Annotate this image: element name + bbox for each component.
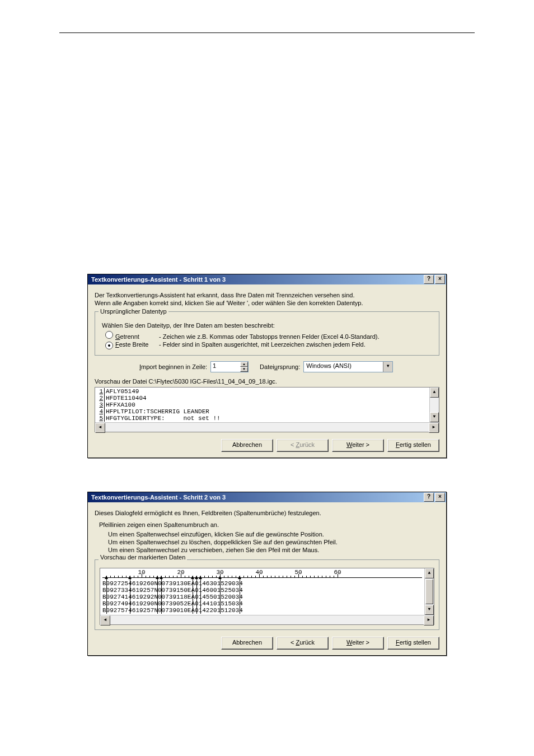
intro-line: Der Textkonvertierungs-Assistent hat erk… <box>95 291 439 299</box>
next-button[interactable]: Weiter > <box>332 637 384 650</box>
intro-text: Dieses Dialogfeld ermöglicht es Ihnen, F… <box>95 509 439 517</box>
data-row: B0927574619257N00739010EA0142201512034 <box>102 607 422 614</box>
column-break-marker[interactable] <box>106 579 107 614</box>
column-ruler[interactable]: 102030405060 <box>102 570 422 578</box>
radio-fixed-row[interactable]: Feste Breite - Felder sind in Spalten au… <box>105 341 434 349</box>
column-break-marker[interactable] <box>240 579 240 614</box>
scroll-left-icon[interactable]: ◄ <box>100 615 110 626</box>
start-row-label: Import beginnen in Zeile: <box>139 363 207 370</box>
radio-fixed-label: Feste Breite <box>115 341 159 348</box>
data-row: B0927254619260N00739130EA0146301529034 <box>102 580 422 587</box>
instruction-item: Um einen Spaltenwechsel zu löschen, dopp… <box>108 538 439 546</box>
preview-line: 3HFFXA100 <box>95 402 429 408</box>
data-row: B0927334619257N00739150EA0146001525034 <box>102 587 422 594</box>
arrow-hint: Pfeillinien zeigen einen Spaltenumbruch … <box>99 521 439 528</box>
intro-text: Der Textkonvertierungs-Assistent hat erk… <box>95 291 439 307</box>
column-break-marker[interactable] <box>220 579 221 614</box>
scroll-down-icon[interactable]: ▼ <box>425 605 434 615</box>
scroll-down-icon[interactable]: ▼ <box>430 412 439 422</box>
scroll-thumb[interactable] <box>425 579 433 604</box>
preview-path-label: Vorschau der Datei C:\Flytec\5030 IGC-Fi… <box>95 378 439 385</box>
preview-line: 2HFDTE110404 <box>95 395 429 402</box>
column-break-marker[interactable] <box>200 579 201 614</box>
file-origin-value: Windows (ANSI) <box>304 362 383 372</box>
file-origin-dropdown[interactable]: Windows (ANSI) ▼ <box>303 361 393 372</box>
wizard-dialog-step1: Textkonvertierungs-Assistent - Schritt 1… <box>87 274 447 458</box>
group-legend: Vorschau der markierten Daten <box>99 554 187 561</box>
column-break-marker[interactable] <box>196 579 197 614</box>
titlebar: Textkonvertierungs-Assistent - Schritt 1… <box>88 274 446 284</box>
column-preview[interactable]: 102030405060 B0927254619260N00739130EA01… <box>100 568 434 625</box>
file-preview: 1AFLY051492HFDTE1104043HFFXA1004HFPLTPIL… <box>95 387 439 432</box>
scroll-left-icon[interactable]: ◄ <box>95 423 105 433</box>
horizontal-scrollbar[interactable]: ◄ ► <box>100 615 434 624</box>
scroll-right-icon[interactable]: ► <box>429 423 439 433</box>
intro-line: Wenn alle Angaben korrekt sind, klicken … <box>95 299 439 307</box>
preview-line: 4HFPLTPILOT:TSCHERRIG LEANDER <box>95 408 429 415</box>
horizontal-scrollbar[interactable]: ◄ ► <box>95 422 439 432</box>
column-break-marker[interactable] <box>193 579 193 614</box>
instructions-list: Um einen Spaltenwechsel einzufügen, klic… <box>108 530 439 554</box>
radio-fixed-desc: - Felder sind in Spalten ausgerichtet, m… <box>159 341 434 348</box>
column-break-marker[interactable] <box>157 579 158 614</box>
preview-line: 1AFLY05149 <box>95 388 429 395</box>
finish-button[interactable]: Fertig stellen <box>387 439 439 452</box>
radio-delimited-label: Getrennt <box>115 333 159 340</box>
vertical-scrollbar[interactable]: ▲ ▼ <box>429 388 439 422</box>
vertical-scrollbar[interactable]: ▲ ▼ <box>424 568 434 615</box>
cancel-button[interactable]: Abbrechen <box>221 439 273 452</box>
close-button[interactable]: × <box>435 493 445 502</box>
back-button[interactable]: < Zurück <box>277 637 329 650</box>
data-row: B0927494619290N00739052EA0144101515034 <box>102 600 422 607</box>
scroll-up-icon[interactable]: ▲ <box>430 388 439 398</box>
back-button: < Zurück <box>277 439 329 452</box>
radio-delimited[interactable] <box>105 331 113 339</box>
next-button[interactable]: Weiter > <box>332 439 384 452</box>
marked-data-preview-group: Vorschau der markierten Daten 1020304050… <box>95 559 439 630</box>
file-origin-label: Dateiursprung: <box>260 363 300 370</box>
column-break-marker[interactable] <box>130 579 130 614</box>
start-row-value[interactable]: 1 <box>211 362 240 372</box>
choose-type-label: Wählen Sie den Dateityp, der Ihre Daten … <box>102 322 434 329</box>
preview-line: 5HFGTYGLIDERTYPE: not set !! <box>95 415 429 422</box>
titlebar: Textkonvertierungs-Assistent - Schritt 2… <box>88 492 446 502</box>
dialog-title: Textkonvertierungs-Assistent - Schritt 1… <box>91 276 226 283</box>
spinner[interactable]: ▲▼ <box>240 362 248 372</box>
fixed-width-data-area[interactable]: B0927254619260N00739130EA0146301529034B0… <box>102 579 422 614</box>
chevron-down-icon[interactable]: ▼ <box>383 362 392 372</box>
radio-delimited-row[interactable]: Getrennt - Zeichen wie z.B. Kommas oder … <box>105 331 434 340</box>
finish-button[interactable]: Fertig stellen <box>387 637 439 650</box>
spinner-up[interactable]: ▲ <box>240 362 248 367</box>
column-break-marker[interactable] <box>161 579 162 614</box>
scroll-up-icon[interactable]: ▲ <box>425 568 434 578</box>
original-datatype-group: Ursprünglicher Datentyp Wählen Sie den D… <box>95 311 439 356</box>
start-row-input[interactable]: 1 ▲▼ <box>210 361 249 372</box>
wizard-dialog-step2: Textkonvertierungs-Assistent - Schritt 2… <box>87 492 447 656</box>
cancel-button[interactable]: Abbrechen <box>221 637 273 650</box>
help-button[interactable]: ? <box>424 275 434 284</box>
radio-fixed[interactable] <box>105 342 113 349</box>
radio-dot <box>108 344 110 347</box>
scroll-right-icon[interactable]: ► <box>424 615 434 626</box>
close-button[interactable]: × <box>435 275 445 284</box>
data-row: B0927414619292N00739118EA0145501520034 <box>102 594 422 600</box>
spinner-down[interactable]: ▼ <box>240 367 248 372</box>
dialog-title: Textkonvertierungs-Assistent - Schritt 2… <box>91 494 226 501</box>
instruction-item: Um einen Spaltenwechsel zu verschieben, … <box>108 546 439 554</box>
instruction-item: Um einen Spaltenwechsel einzufügen, klic… <box>108 530 439 538</box>
radio-delimited-desc: - Zeichen wie z.B. Kommas oder Tabstopps… <box>159 333 434 340</box>
help-button[interactable]: ? <box>424 493 434 502</box>
group-legend: Ursprünglicher Datentyp <box>99 308 168 315</box>
page-top-rule <box>59 32 475 33</box>
